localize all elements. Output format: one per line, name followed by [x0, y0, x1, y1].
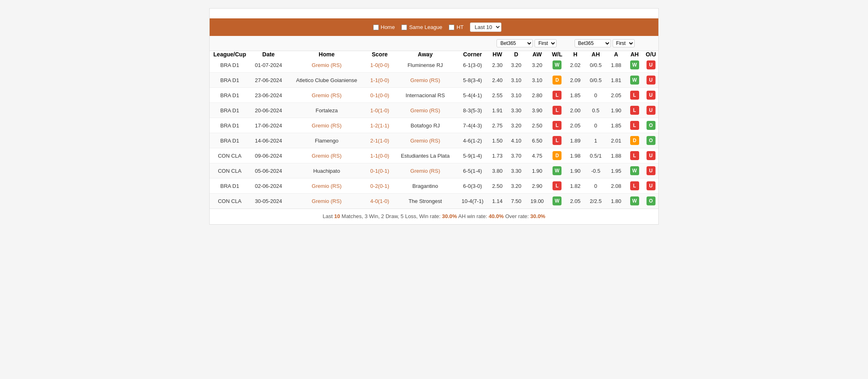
footer-over-label: Over rate: — [504, 213, 530, 219]
home-team[interactable]: Gremio (RS) — [312, 198, 342, 204]
ou-badge: O — [647, 196, 655, 205]
home-team: Fortaleza — [315, 107, 338, 114]
cell-aw: 2.90 — [526, 178, 548, 194]
th-date: Date — [250, 51, 287, 58]
ou-badge: O — [647, 121, 655, 130]
odds1-provider-select[interactable]: Bet365 William Hill — [497, 39, 533, 47]
ah2-badge: W — [630, 76, 639, 85]
cell-a: 1.85 — [606, 118, 626, 133]
cell-ah2: L — [626, 88, 643, 103]
odds2-type-select[interactable]: First Last — [613, 39, 635, 47]
cell-wl: L — [548, 133, 566, 148]
cell-ah1: 2/2.5 — [585, 194, 606, 209]
away-team: Internacional RS — [405, 92, 445, 98]
cell-ou: U — [643, 103, 658, 118]
score-value[interactable]: 1-1(0-0) — [370, 153, 389, 159]
cell-score: 1-0(0-0) — [366, 58, 394, 73]
cell-ou: U — [643, 148, 658, 163]
cell-home: Fortaleza — [287, 103, 366, 118]
score-value[interactable]: 0-1(0-1) — [370, 168, 389, 174]
cell-aw: 2.50 — [526, 118, 548, 133]
score-value[interactable]: 4-0(1-0) — [370, 198, 389, 204]
ou-badge: U — [647, 60, 655, 69]
ah2-badge: L — [630, 181, 639, 190]
cell-aw: 2.80 — [526, 88, 548, 103]
cell-away: Botafogo RJ — [393, 118, 457, 133]
wl-badge: W — [553, 166, 562, 175]
th-score: Score — [366, 51, 394, 58]
cell-h: 2.05 — [566, 118, 585, 133]
odds2-provider-select[interactable]: Bet365 William Hill — [575, 39, 611, 47]
score-value[interactable]: 2-1(1-0) — [370, 138, 389, 144]
score-value[interactable]: 1-0(1-0) — [370, 107, 389, 114]
last-n-select[interactable]: Last 10 Last 20 Last 30 — [470, 22, 501, 32]
filter-same-league[interactable]: Same League — [401, 24, 442, 30]
cell-wl: L — [548, 88, 566, 103]
cell-wl: L — [548, 103, 566, 118]
wl-badge: L — [553, 181, 562, 190]
score-value[interactable]: 0-2(0-1) — [370, 183, 389, 189]
cell-corner: 10-4(7-1) — [457, 194, 488, 209]
away-team: Botafogo RJ — [411, 123, 440, 129]
cell-h: 2.02 — [566, 58, 585, 73]
filter-ht[interactable]: HT — [449, 24, 463, 30]
filter-home[interactable]: Home — [373, 24, 395, 30]
cell-league: BRA D1 — [210, 133, 250, 148]
odds1-type-select[interactable]: First Last — [535, 39, 557, 47]
ou-badge: U — [647, 76, 655, 85]
cell-d: 4.10 — [507, 133, 526, 148]
table-row: BRA D1 27-06-2024 Atletico Clube Goianie… — [210, 73, 658, 88]
cell-hw: 2.30 — [488, 58, 507, 73]
main-header-row: League/Cup Date Home Score Away Corner H… — [210, 51, 658, 58]
cell-score: 1-2(1-1) — [366, 118, 394, 133]
th-wl: W/L — [548, 51, 566, 58]
cell-wl: W — [548, 163, 566, 178]
home-team[interactable]: Gremio (RS) — [312, 62, 342, 68]
score-value[interactable]: 1-0(0-0) — [370, 62, 389, 68]
cell-aw: 19.00 — [526, 194, 548, 209]
cell-league: BRA D1 — [210, 178, 250, 194]
cell-date: 02-06-2024 — [250, 178, 287, 194]
home-team[interactable]: Gremio (RS) — [312, 183, 342, 189]
cell-ah2: L — [626, 148, 643, 163]
cell-ou: O — [643, 133, 658, 148]
cell-a: 1.88 — [606, 148, 626, 163]
table-row: CON CLA 30-05-2024 Gremio (RS) 4-0(1-0) … — [210, 194, 658, 209]
away-team[interactable]: Gremio (RS) — [410, 138, 440, 144]
cell-score: 0-1(0-0) — [366, 88, 394, 103]
cell-h: 2.09 — [566, 73, 585, 88]
cell-ah2: W — [626, 73, 643, 88]
wl-badge: W — [553, 196, 562, 205]
cell-hw: 2.40 — [488, 73, 507, 88]
footer-ah-label: AH win rate: — [457, 213, 488, 219]
cell-ah2: W — [626, 163, 643, 178]
cell-away: The Strongest — [393, 194, 457, 209]
cell-ah1: 0 — [585, 118, 606, 133]
cell-d: 3.20 — [507, 178, 526, 194]
cell-score: 2-1(1-0) — [366, 133, 394, 148]
home-team[interactable]: Gremio (RS) — [312, 92, 342, 98]
away-team[interactable]: Gremio (RS) — [410, 77, 440, 83]
footer-win-rate: 30.0% — [442, 213, 457, 219]
cell-league: BRA D1 — [210, 118, 250, 133]
cell-away: Gremio (RS) — [393, 73, 457, 88]
score-value[interactable]: 0-1(0-0) — [370, 92, 389, 98]
cell-home: Gremio (RS) — [287, 118, 366, 133]
cell-date: 27-06-2024 — [250, 73, 287, 88]
away-team: Estudiantes La Plata — [401, 153, 450, 159]
cell-home: Gremio (RS) — [287, 88, 366, 103]
home-checkbox[interactable] — [373, 25, 379, 30]
away-team[interactable]: Gremio (RS) — [410, 107, 440, 114]
score-value[interactable]: 1-1(0-0) — [370, 77, 389, 83]
table-row: BRA D1 23-06-2024 Gremio (RS) 0-1(0-0) I… — [210, 88, 658, 103]
cell-ah1: 0 — [585, 88, 606, 103]
cell-home: Flamengo — [287, 133, 366, 148]
ht-checkbox[interactable] — [449, 25, 454, 30]
same-league-checkbox[interactable] — [401, 25, 407, 30]
away-team: The Strongest — [409, 198, 442, 204]
away-team[interactable]: Gremio (RS) — [410, 168, 440, 174]
cell-h: 1.90 — [566, 163, 585, 178]
home-team[interactable]: Gremio (RS) — [312, 153, 342, 159]
home-team[interactable]: Gremio (RS) — [312, 123, 342, 129]
score-value[interactable]: 1-2(1-1) — [370, 123, 389, 129]
